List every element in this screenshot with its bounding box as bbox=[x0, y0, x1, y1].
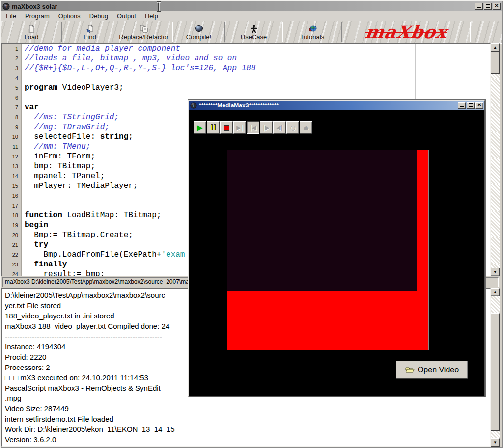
mediamax-window[interactable]: T ********MediaMax3************* ✕ ▶▶||◀… bbox=[188, 100, 485, 397]
code-text: try bbox=[22, 240, 48, 250]
console-line: intern setfirstdemo.txt File loaded bbox=[5, 414, 490, 424]
line-number: 7 bbox=[2, 103, 22, 112]
minimize-button[interactable] bbox=[475, 3, 483, 10]
menu-item-output[interactable]: Output bbox=[112, 11, 140, 21]
code-text: selectedFile: string; bbox=[22, 132, 133, 142]
line-number: 2 bbox=[2, 53, 22, 63]
arrow-down-icon: ▼ bbox=[493, 270, 497, 274]
mediamax-client-area: ▶▶||◀|▶◀|○⏏ Open Video bbox=[189, 110, 484, 396]
scroll-thumb[interactable] bbox=[491, 313, 500, 431]
line-number: 20 bbox=[2, 230, 22, 240]
step-button[interactable]: |▶ bbox=[260, 121, 273, 134]
code-text: result:= bmp; bbox=[22, 269, 105, 276]
usecase-icon bbox=[251, 24, 257, 33]
scroll-up-button[interactable]: ▲ bbox=[491, 288, 500, 296]
line-number: 12 bbox=[2, 152, 22, 161]
eject-icon: ⏏ bbox=[303, 125, 308, 131]
play-button[interactable]: ▶ bbox=[194, 121, 206, 134]
play-icon: ▶ bbox=[197, 125, 203, 131]
console-line: Work Dir: D:\kleiner2005\ekon_11\EKON_13… bbox=[5, 424, 490, 434]
line-number: 23 bbox=[2, 260, 22, 269]
menu-item-help[interactable]: Help bbox=[140, 11, 163, 21]
toolbar-button-label: Replace/Refactor bbox=[119, 33, 168, 41]
stop-button[interactable] bbox=[220, 121, 233, 134]
line-number: 6 bbox=[2, 93, 22, 103]
editor-vertical-scrollbar[interactable]: ▲ ▼ bbox=[491, 43, 500, 276]
maximize-button[interactable] bbox=[467, 102, 475, 109]
line-number: 17 bbox=[2, 201, 22, 211]
scroll-up-button[interactable]: ▲ bbox=[491, 43, 500, 52]
line-number: 22 bbox=[2, 250, 22, 260]
code-text: //{$R+}{$D-,L-,O+,Q-,R-,Y-,S-} loc's=126… bbox=[22, 63, 255, 73]
pause-icon bbox=[210, 123, 216, 132]
toolbar-button-label: Find bbox=[84, 33, 96, 41]
load-icon bbox=[28, 24, 35, 33]
code-line[interactable]: 2//loads a file, bitmap , mp3, video and… bbox=[2, 53, 490, 63]
console-line: Video Size: 287449 bbox=[5, 403, 490, 414]
open-folder-icon bbox=[405, 366, 415, 373]
pause-button[interactable] bbox=[207, 121, 220, 134]
code-line[interactable]: 1//demo for media player component bbox=[2, 44, 490, 53]
line-number: 8 bbox=[2, 112, 22, 122]
code-text: mPlayer: TMediaPlayer; bbox=[22, 181, 138, 191]
mediamax-window-title: ********MediaMax3************* bbox=[199, 102, 279, 109]
find-button[interactable]: Find bbox=[63, 21, 116, 43]
code-text bbox=[22, 191, 25, 201]
replace-refactor-button[interactable]: Replace/Refactor bbox=[116, 21, 171, 43]
toolbar-filler bbox=[471, 21, 502, 43]
mediamax-title-bar[interactable]: T ********MediaMax3************* ✕ bbox=[189, 101, 484, 110]
arrow-up-icon: ▲ bbox=[493, 290, 497, 294]
video-display-area bbox=[227, 150, 429, 350]
line-number: 1 bbox=[2, 44, 22, 53]
code-line[interactable]: 5program VideoPlayer3; bbox=[2, 83, 490, 93]
code-text: finally bbox=[22, 260, 67, 269]
code-text: var bbox=[22, 103, 39, 112]
find-icon bbox=[86, 24, 94, 33]
usecase-button[interactable]: UseCase bbox=[226, 21, 281, 43]
line-number: 21 bbox=[2, 240, 22, 250]
scroll-down-button[interactable]: ▼ bbox=[491, 438, 500, 447]
code-line[interactable]: 4 bbox=[2, 73, 490, 83]
code-text bbox=[22, 201, 25, 211]
line-number: 5 bbox=[2, 83, 22, 93]
minimize-button[interactable] bbox=[458, 102, 466, 109]
code-text: Bmp.LoadFromFile(ExePath+'exam bbox=[22, 250, 185, 260]
maxbox-logo: maXbox bbox=[363, 23, 448, 41]
console-vertical-scrollbar[interactable]: ▲ ▼ bbox=[491, 288, 500, 447]
svg-text:T: T bbox=[193, 104, 195, 108]
back-button[interactable]: ◀| bbox=[273, 121, 286, 134]
line-number: 18 bbox=[2, 211, 22, 220]
menu-item-debug[interactable]: Debug bbox=[85, 11, 112, 21]
close-icon: ✕ bbox=[495, 3, 499, 8]
compile-icon bbox=[195, 24, 203, 33]
tutorials-button[interactable]: Tutorials bbox=[283, 21, 341, 43]
line-number: 16 bbox=[2, 191, 22, 201]
load-button[interactable]: Load bbox=[1, 21, 61, 43]
close-button[interactable]: ✕ bbox=[475, 102, 483, 109]
code-line[interactable]: 3//{$R+}{$D-,L-,O+,Q-,R-,Y-,S-} loc's=12… bbox=[2, 63, 490, 73]
maximize-button[interactable] bbox=[484, 3, 492, 10]
app-icon: T bbox=[190, 102, 197, 109]
prev-icon: |◀ bbox=[250, 125, 256, 131]
menu-item-program[interactable]: Program bbox=[21, 11, 54, 21]
main-title-bar[interactable]: T maXbox3 solar ✕ bbox=[1, 1, 502, 11]
open-video-button[interactable]: Open Video bbox=[396, 361, 468, 379]
eject-button[interactable]: ⏏ bbox=[300, 121, 312, 134]
compile--button[interactable]: Compile! bbox=[173, 21, 224, 43]
line-number: 19 bbox=[2, 220, 22, 230]
close-icon: ✕ bbox=[477, 103, 481, 107]
scroll-down-button[interactable]: ▼ bbox=[491, 268, 500, 276]
line-number: 4 bbox=[2, 73, 22, 83]
code-text: mpanel: TPanel; bbox=[22, 171, 105, 181]
record-button[interactable]: ○ bbox=[286, 121, 299, 134]
line-number: 24 bbox=[2, 269, 22, 276]
svg-text:T: T bbox=[5, 4, 7, 9]
prev-button[interactable]: |◀ bbox=[247, 121, 259, 134]
toolbar: LoadFindReplace/RefactorCompile!UseCaseT… bbox=[1, 21, 502, 43]
menu-item-file[interactable]: File bbox=[1, 11, 21, 21]
scroll-thumb[interactable] bbox=[491, 52, 500, 74]
menu-item-options[interactable]: Options bbox=[54, 11, 85, 21]
close-button[interactable]: ✕ bbox=[493, 3, 501, 10]
next-button[interactable]: ▶| bbox=[233, 121, 246, 134]
code-text: function LoadBitMap: TBitmap; bbox=[22, 211, 161, 220]
